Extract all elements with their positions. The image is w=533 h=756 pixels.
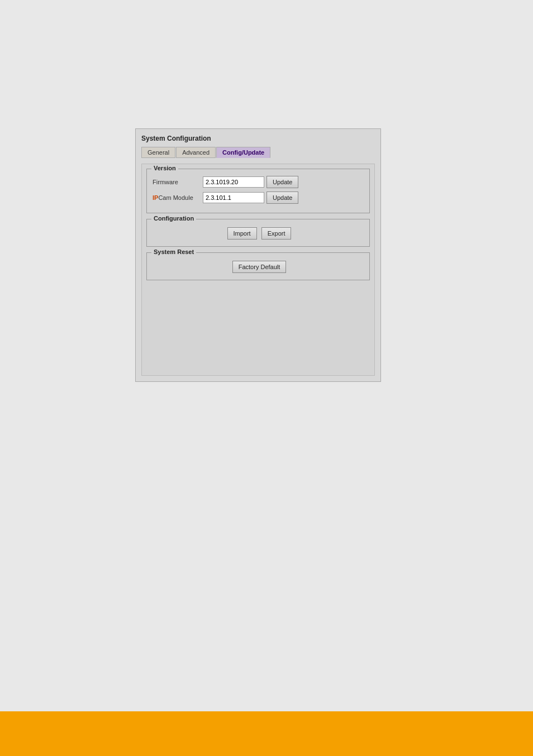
factory-default-button[interactable]: Factory Default (232, 261, 287, 273)
firmware-update-button[interactable]: Update (266, 176, 298, 188)
orange-bar (0, 711, 533, 756)
tab-config-update[interactable]: Config/Update (216, 147, 270, 158)
system-configuration-panel: System Configuration General Advanced Co… (135, 128, 381, 382)
firmware-label: Firmware (153, 179, 203, 185)
firmware-row: Firmware Update (153, 176, 364, 188)
import-button[interactable]: Import (227, 227, 257, 240)
system-reset-section: System Reset Factory Default (146, 252, 370, 280)
configuration-section: Configuration Import Export (146, 219, 370, 247)
tab-general[interactable]: General (141, 147, 175, 158)
system-reset-legend: System Reset (151, 248, 196, 255)
ipcam-label-ip: IP (153, 194, 158, 201)
panel-title: System Configuration (141, 135, 375, 142)
ipcam-input[interactable] (203, 192, 264, 203)
ipcam-update-button[interactable]: Update (266, 192, 298, 204)
ipcam-label-suffix: Cam Module (158, 194, 193, 201)
firmware-input[interactable] (203, 176, 264, 188)
export-button[interactable]: Export (261, 227, 292, 240)
config-buttons-row: Import Export (153, 224, 364, 241)
content-area: Version Firmware Update IPCam Module Upd… (141, 164, 375, 376)
reset-buttons-row: Factory Default (153, 257, 364, 274)
ipcam-row: IPCam Module Update (153, 192, 364, 204)
tab-bar: General Advanced Config/Update (141, 147, 375, 158)
ipcam-label: IPCam Module (153, 194, 203, 201)
version-legend: Version (151, 165, 178, 171)
version-section: Version Firmware Update IPCam Module Upd… (146, 169, 370, 213)
tab-advanced[interactable]: Advanced (176, 147, 216, 158)
configuration-legend: Configuration (151, 215, 196, 222)
